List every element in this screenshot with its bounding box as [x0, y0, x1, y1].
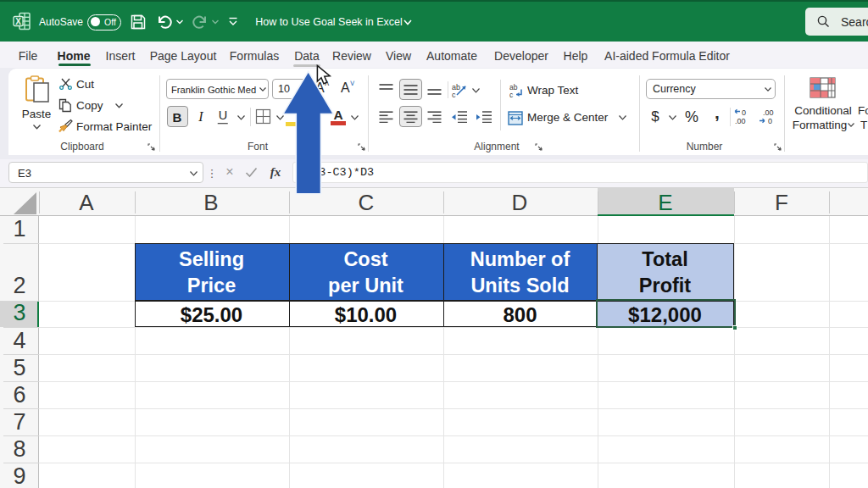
- svg-text:0: 0: [742, 108, 746, 117]
- svg-text:.00: .00: [763, 108, 774, 117]
- svg-text:.00: .00: [735, 117, 746, 125]
- svg-text:0: 0: [768, 117, 772, 125]
- svg-text:c: c: [509, 91, 514, 98]
- svg-text:X: X: [15, 17, 21, 26]
- svg-text:c: c: [452, 91, 456, 98]
